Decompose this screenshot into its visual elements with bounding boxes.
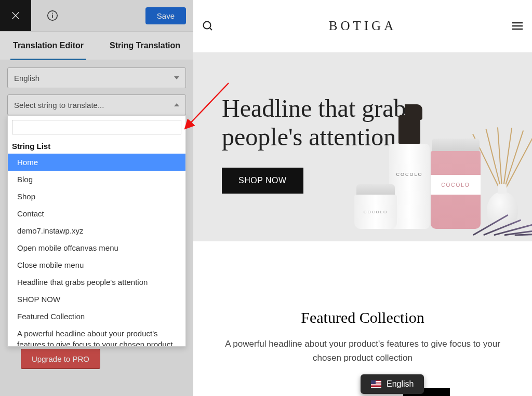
us-flag-icon <box>371 380 381 388</box>
short-jar-illustration: COCOLO <box>354 184 397 229</box>
svg-line-5 <box>210 28 212 30</box>
list-item[interactable]: Shop <box>8 188 185 205</box>
list-item[interactable]: Home <box>8 154 185 171</box>
dropdown-options[interactable]: String List Home Blog Shop Contact demo7… <box>8 139 185 346</box>
list-item[interactable]: demo7.instawp.xyz <box>8 222 185 239</box>
brand-logo[interactable]: BOTIGA <box>329 19 396 33</box>
featured-section: Featured Collection A powerful headline … <box>193 241 532 386</box>
close-icon <box>10 10 21 21</box>
search-icon[interactable] <box>202 20 214 32</box>
list-item[interactable]: Headline that grabs people's attention <box>8 274 185 291</box>
tab-translation-editor[interactable]: Translation Editor <box>0 32 97 60</box>
svg-point-4 <box>204 22 211 29</box>
featured-subtitle: A powerful headline about your product's… <box>212 337 513 365</box>
close-button[interactable] <box>0 0 31 31</box>
product-label: COCOLO <box>392 172 427 177</box>
list-item[interactable]: SHOP NOW <box>8 291 185 308</box>
dropdown-search-input[interactable] <box>12 120 181 134</box>
product-label: COCOLO <box>364 210 388 214</box>
language-select-value: English <box>14 74 39 83</box>
pink-jar-illustration: COCOLO <box>431 139 481 229</box>
list-item[interactable]: Blog <box>8 171 185 188</box>
list-item[interactable]: Open mobile offcanvas menu <box>8 239 185 256</box>
string-dropdown: String List Home Blog Shop Contact demo7… <box>7 115 186 347</box>
list-item[interactable]: Close mobile menu <box>8 256 185 274</box>
language-switcher[interactable]: English <box>361 374 424 394</box>
save-button[interactable]: Save <box>145 7 186 24</box>
string-select[interactable]: Select string to translate... <box>7 94 186 115</box>
site-header: BOTIGA <box>193 0 532 52</box>
tab-string-translation[interactable]: String Translation <box>97 32 193 60</box>
shop-now-button[interactable]: SHOP NOW <box>222 168 303 194</box>
site-preview: BOTIGA Headline that grabs people's atte… <box>193 0 532 396</box>
panel-topbar: Save <box>0 0 193 31</box>
string-select-placeholder: Select string to translate... <box>14 101 104 110</box>
chevron-up-icon <box>174 103 179 106</box>
list-item[interactable]: A powerful headline about your product's… <box>8 325 185 346</box>
info-button[interactable] <box>47 10 58 21</box>
svg-point-2 <box>52 13 53 14</box>
product-label: COCOLO <box>431 175 481 195</box>
dropdown-group-label: String List <box>8 139 185 154</box>
info-icon <box>47 10 58 21</box>
list-item[interactable]: Featured Collection <box>8 308 185 325</box>
hero-products-illustration: COCOLO COCOLO COCOLO <box>345 75 532 247</box>
upgrade-button[interactable]: Upgrade to PRO <box>21 349 100 369</box>
list-item[interactable]: Contact <box>8 205 185 222</box>
hamburger-icon[interactable] <box>511 20 524 32</box>
chevron-down-icon <box>174 76 179 79</box>
panel-tabs: Translation Editor String Translation <box>0 31 193 60</box>
language-select[interactable]: English <box>7 67 186 88</box>
language-switcher-label: English <box>387 379 414 389</box>
hero-section: Headline that grabs people's attention S… <box>193 52 532 241</box>
featured-title: Featured Collection <box>212 309 513 326</box>
